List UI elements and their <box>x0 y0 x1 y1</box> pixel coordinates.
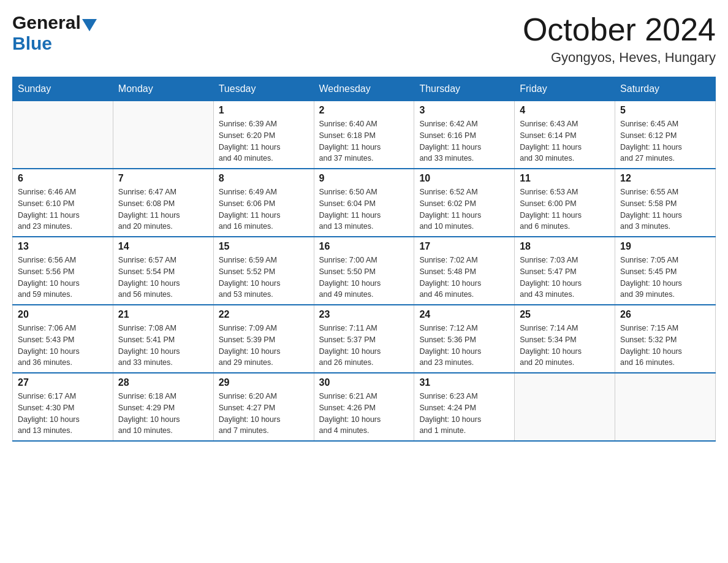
day-number: 24 <box>419 309 509 320</box>
day-cell <box>113 101 213 169</box>
day-number: 13 <box>18 241 108 252</box>
day-info: Sunrise: 7:12 AM Sunset: 5:36 PM Dayligh… <box>419 323 509 369</box>
day-info: Sunrise: 6:53 AM Sunset: 6:00 PM Dayligh… <box>520 186 610 232</box>
day-number: 11 <box>520 173 610 184</box>
day-info: Sunrise: 6:43 AM Sunset: 6:14 PM Dayligh… <box>520 118 610 164</box>
header-cell-thursday: Thursday <box>414 77 515 101</box>
day-info: Sunrise: 6:21 AM Sunset: 4:26 PM Dayligh… <box>319 391 409 437</box>
day-info: Sunrise: 6:45 AM Sunset: 6:12 PM Dayligh… <box>620 118 710 164</box>
day-cell: 28Sunrise: 6:18 AM Sunset: 4:29 PM Dayli… <box>113 373 213 441</box>
day-number: 10 <box>419 173 509 184</box>
day-cell: 13Sunrise: 6:56 AM Sunset: 5:56 PM Dayli… <box>13 237 113 305</box>
day-cell: 20Sunrise: 7:06 AM Sunset: 5:43 PM Dayli… <box>13 305 113 373</box>
week-row-5: 27Sunrise: 6:17 AM Sunset: 4:30 PM Dayli… <box>13 373 716 441</box>
day-info: Sunrise: 6:39 AM Sunset: 6:20 PM Dayligh… <box>219 118 309 164</box>
day-info: Sunrise: 6:50 AM Sunset: 6:04 PM Dayligh… <box>319 186 409 232</box>
calendar-body: 1Sunrise: 6:39 AM Sunset: 6:20 PM Daylig… <box>13 101 716 442</box>
day-info: Sunrise: 7:08 AM Sunset: 5:41 PM Dayligh… <box>118 323 208 369</box>
day-number: 18 <box>520 241 610 252</box>
logo-triangle-icon <box>82 19 97 31</box>
calendar-header: SundayMondayTuesdayWednesdayThursdayFrid… <box>13 77 716 101</box>
page-subtitle: Gyongyos, Heves, Hungary <box>523 50 716 66</box>
day-cell: 10Sunrise: 6:52 AM Sunset: 6:02 PM Dayli… <box>414 169 515 237</box>
day-info: Sunrise: 7:15 AM Sunset: 5:32 PM Dayligh… <box>620 323 710 369</box>
title-area: October 2024 Gyongyos, Heves, Hungary <box>523 12 716 66</box>
day-cell: 15Sunrise: 6:59 AM Sunset: 5:52 PM Dayli… <box>213 237 314 305</box>
day-cell: 27Sunrise: 6:17 AM Sunset: 4:30 PM Dayli… <box>13 373 113 441</box>
logo-general-text: General <box>12 12 81 33</box>
day-info: Sunrise: 6:17 AM Sunset: 4:30 PM Dayligh… <box>18 391 108 437</box>
header-cell-friday: Friday <box>515 77 615 101</box>
day-number: 21 <box>118 309 208 320</box>
header-cell-sunday: Sunday <box>13 77 113 101</box>
page-header: General Blue October 2024 Gyongyos, Heve… <box>12 12 716 66</box>
day-info: Sunrise: 7:11 AM Sunset: 5:37 PM Dayligh… <box>319 323 409 369</box>
day-cell: 26Sunrise: 7:15 AM Sunset: 5:32 PM Dayli… <box>615 305 716 373</box>
day-info: Sunrise: 6:55 AM Sunset: 5:58 PM Dayligh… <box>620 186 710 232</box>
week-row-1: 1Sunrise: 6:39 AM Sunset: 6:20 PM Daylig… <box>13 101 716 169</box>
day-info: Sunrise: 7:03 AM Sunset: 5:47 PM Dayligh… <box>520 255 610 301</box>
day-number: 26 <box>620 309 710 320</box>
week-row-3: 13Sunrise: 6:56 AM Sunset: 5:56 PM Dayli… <box>13 237 716 305</box>
day-number: 2 <box>319 105 409 116</box>
day-cell: 8Sunrise: 6:49 AM Sunset: 6:06 PM Daylig… <box>213 169 314 237</box>
day-cell: 9Sunrise: 6:50 AM Sunset: 6:04 PM Daylig… <box>314 169 414 237</box>
day-cell: 23Sunrise: 7:11 AM Sunset: 5:37 PM Dayli… <box>314 305 414 373</box>
calendar-table: SundayMondayTuesdayWednesdayThursdayFrid… <box>12 77 716 442</box>
day-number: 4 <box>520 105 610 116</box>
day-number: 31 <box>419 377 509 388</box>
logo: General Blue <box>12 12 98 54</box>
day-number: 22 <box>219 309 309 320</box>
day-info: Sunrise: 6:59 AM Sunset: 5:52 PM Dayligh… <box>219 255 309 301</box>
day-cell: 14Sunrise: 6:57 AM Sunset: 5:54 PM Dayli… <box>113 237 213 305</box>
header-cell-monday: Monday <box>113 77 213 101</box>
day-cell: 29Sunrise: 6:20 AM Sunset: 4:27 PM Dayli… <box>213 373 314 441</box>
day-info: Sunrise: 7:02 AM Sunset: 5:48 PM Dayligh… <box>419 255 509 301</box>
day-cell: 17Sunrise: 7:02 AM Sunset: 5:48 PM Dayli… <box>414 237 515 305</box>
day-cell <box>515 373 615 441</box>
day-cell <box>13 101 113 169</box>
day-number: 7 <box>118 173 208 184</box>
day-number: 20 <box>18 309 108 320</box>
day-number: 3 <box>419 105 509 116</box>
day-info: Sunrise: 7:09 AM Sunset: 5:39 PM Dayligh… <box>219 323 309 369</box>
page-title: October 2024 <box>523 12 716 47</box>
day-number: 19 <box>620 241 710 252</box>
day-number: 28 <box>118 377 208 388</box>
day-info: Sunrise: 6:49 AM Sunset: 6:06 PM Dayligh… <box>219 186 309 232</box>
day-number: 25 <box>520 309 610 320</box>
day-info: Sunrise: 6:52 AM Sunset: 6:02 PM Dayligh… <box>419 186 509 232</box>
day-number: 17 <box>419 241 509 252</box>
day-number: 8 <box>219 173 309 184</box>
day-cell: 2Sunrise: 6:40 AM Sunset: 6:18 PM Daylig… <box>314 101 414 169</box>
day-number: 29 <box>219 377 309 388</box>
day-info: Sunrise: 6:42 AM Sunset: 6:16 PM Dayligh… <box>419 118 509 164</box>
day-number: 1 <box>219 105 309 116</box>
day-cell: 16Sunrise: 7:00 AM Sunset: 5:50 PM Dayli… <box>314 237 414 305</box>
day-number: 16 <box>319 241 409 252</box>
day-cell: 18Sunrise: 7:03 AM Sunset: 5:47 PM Dayli… <box>515 237 615 305</box>
day-cell: 7Sunrise: 6:47 AM Sunset: 6:08 PM Daylig… <box>113 169 213 237</box>
day-info: Sunrise: 6:46 AM Sunset: 6:10 PM Dayligh… <box>18 186 108 232</box>
day-info: Sunrise: 6:20 AM Sunset: 4:27 PM Dayligh… <box>219 391 309 437</box>
day-info: Sunrise: 7:14 AM Sunset: 5:34 PM Dayligh… <box>520 323 610 369</box>
day-info: Sunrise: 7:00 AM Sunset: 5:50 PM Dayligh… <box>319 255 409 301</box>
day-info: Sunrise: 7:05 AM Sunset: 5:45 PM Dayligh… <box>620 255 710 301</box>
day-info: Sunrise: 7:06 AM Sunset: 5:43 PM Dayligh… <box>18 323 108 369</box>
day-cell: 3Sunrise: 6:42 AM Sunset: 6:16 PM Daylig… <box>414 101 515 169</box>
day-number: 6 <box>18 173 108 184</box>
header-cell-wednesday: Wednesday <box>314 77 414 101</box>
day-info: Sunrise: 6:56 AM Sunset: 5:56 PM Dayligh… <box>18 255 108 301</box>
day-cell: 1Sunrise: 6:39 AM Sunset: 6:20 PM Daylig… <box>213 101 314 169</box>
day-cell: 21Sunrise: 7:08 AM Sunset: 5:41 PM Dayli… <box>113 305 213 373</box>
day-number: 15 <box>219 241 309 252</box>
week-row-2: 6Sunrise: 6:46 AM Sunset: 6:10 PM Daylig… <box>13 169 716 237</box>
day-number: 23 <box>319 309 409 320</box>
day-cell: 22Sunrise: 7:09 AM Sunset: 5:39 PM Dayli… <box>213 305 314 373</box>
day-cell <box>615 373 716 441</box>
day-number: 5 <box>620 105 710 116</box>
day-info: Sunrise: 6:57 AM Sunset: 5:54 PM Dayligh… <box>118 255 208 301</box>
day-info: Sunrise: 6:18 AM Sunset: 4:29 PM Dayligh… <box>118 391 208 437</box>
header-row: SundayMondayTuesdayWednesdayThursdayFrid… <box>13 77 716 101</box>
day-cell: 11Sunrise: 6:53 AM Sunset: 6:00 PM Dayli… <box>515 169 615 237</box>
